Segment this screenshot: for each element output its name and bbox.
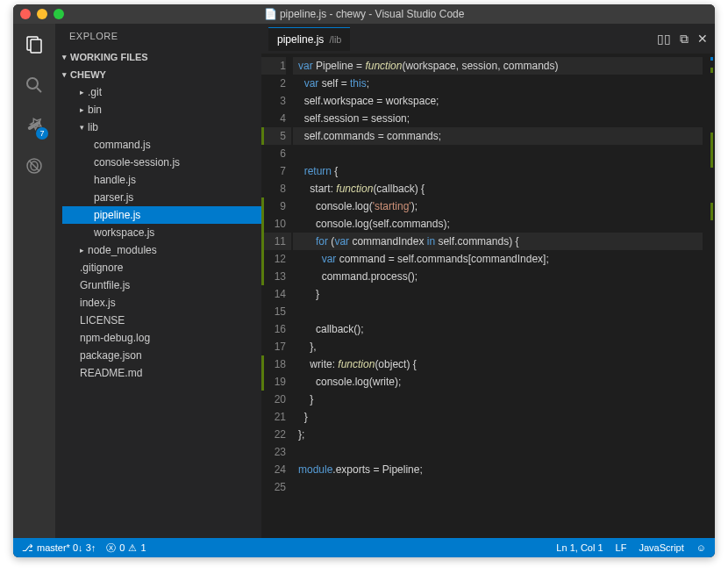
tab-bar: pipeline.js /lib ▯▯ ⧉ ✕	[261, 24, 715, 54]
scm-badge: 7	[36, 127, 48, 140]
feedback-icon[interactable]: ☺	[696, 542, 706, 553]
tree-file-gitignore[interactable]: .gitignore	[62, 259, 261, 276]
tree-file-handle[interactable]: handle.js	[62, 171, 261, 189]
tree-file-console-session[interactable]: console-session.js	[62, 154, 261, 171]
tree-file-npm-debug[interactable]: npm-debug.log	[62, 329, 261, 347]
tab-actions: ▯▯ ⧉ ✕	[657, 32, 708, 47]
window-title: 📄 pipeline.js - chewy - Visual Studio Co…	[264, 8, 465, 20]
tree-folder-git[interactable]: .git	[62, 83, 261, 101]
working-files-section[interactable]: WORKING FILES	[55, 48, 261, 66]
tree-file-workspace[interactable]: workspace.js	[62, 224, 261, 241]
search-icon[interactable]	[22, 73, 46, 97]
traffic-lights	[20, 9, 64, 19]
warning-icon: ⚠	[128, 542, 137, 554]
tree-file-package[interactable]: package.json	[62, 347, 261, 364]
tree-file-pipeline[interactable]: pipeline.js	[62, 206, 261, 224]
line-gutter: 1234567891011121314151617181920212223242…	[261, 54, 293, 538]
tree-folder-node-modules[interactable]: node_modules	[62, 241, 261, 259]
explorer-icon[interactable]	[22, 32, 46, 57]
debug-icon[interactable]	[22, 154, 46, 178]
status-bar: ⎇master* 0↓ 3↑ ⓧ0⚠1 Ln 1, Col 1 LF JavaS…	[13, 538, 715, 557]
file-tree: .git bin lib command.js console-session.…	[55, 83, 261, 382]
tree-folder-lib[interactable]: lib	[62, 118, 261, 136]
svg-point-2	[27, 78, 38, 89]
status-language[interactable]: JavaScript	[639, 542, 683, 553]
split-editor-icon[interactable]: ▯▯	[657, 32, 671, 47]
status-cursor[interactable]: Ln 1, Col 1	[556, 542, 603, 553]
vscode-window: 📄 pipeline.js - chewy - Visual Studio Co…	[13, 4, 715, 557]
minimap[interactable]	[703, 54, 715, 538]
project-section[interactable]: CHEWY	[55, 66, 261, 83]
sidebar: EXPLORE WORKING FILES CHEWY .git bin lib…	[55, 24, 261, 538]
svg-line-3	[37, 88, 41, 92]
tree-folder-bin[interactable]: bin	[62, 101, 261, 118]
tree-file-gruntfile[interactable]: Gruntfile.js	[62, 276, 261, 294]
status-branch[interactable]: ⎇master* 0↓ 3↑	[22, 542, 96, 554]
minimize-window-button[interactable]	[37, 9, 47, 19]
source-code[interactable]: var Pipeline = function(workspace, sessi…	[293, 54, 703, 538]
branch-icon: ⎇	[22, 542, 33, 554]
maximize-window-button[interactable]	[54, 9, 64, 19]
workbench: 7 EXPLORE WORKING FILES CHEWY .git bin l…	[13, 24, 715, 538]
tree-file-command[interactable]: command.js	[62, 136, 261, 154]
sidebar-header: EXPLORE	[55, 24, 261, 48]
close-tab-icon[interactable]: ✕	[697, 32, 708, 47]
show-opened-icon[interactable]: ⧉	[680, 32, 689, 47]
tree-file-parser[interactable]: parser.js	[62, 189, 261, 206]
tree-file-license[interactable]: LICENSE	[62, 312, 261, 329]
tab-path: /lib	[329, 34, 341, 45]
code-editor[interactable]: 1234567891011121314151617181920212223242…	[261, 54, 715, 538]
editor-area: pipeline.js /lib ▯▯ ⧉ ✕ 1234567891011121…	[261, 24, 715, 538]
status-problems[interactable]: ⓧ0⚠1	[106, 542, 146, 555]
svg-rect-1	[31, 39, 41, 53]
tree-file-readme[interactable]: README.md	[62, 364, 261, 382]
tab-pipeline[interactable]: pipeline.js /lib	[268, 27, 350, 51]
status-eol[interactable]: LF	[616, 542, 627, 553]
titlebar[interactable]: 📄 pipeline.js - chewy - Visual Studio Co…	[13, 4, 715, 24]
tab-name: pipeline.js	[277, 33, 324, 46]
error-icon: ⓧ	[106, 542, 116, 555]
close-window-button[interactable]	[20, 9, 31, 19]
tree-file-index[interactable]: index.js	[62, 294, 261, 312]
scm-icon[interactable]: 7	[22, 113, 46, 138]
activity-bar: 7	[13, 24, 55, 538]
